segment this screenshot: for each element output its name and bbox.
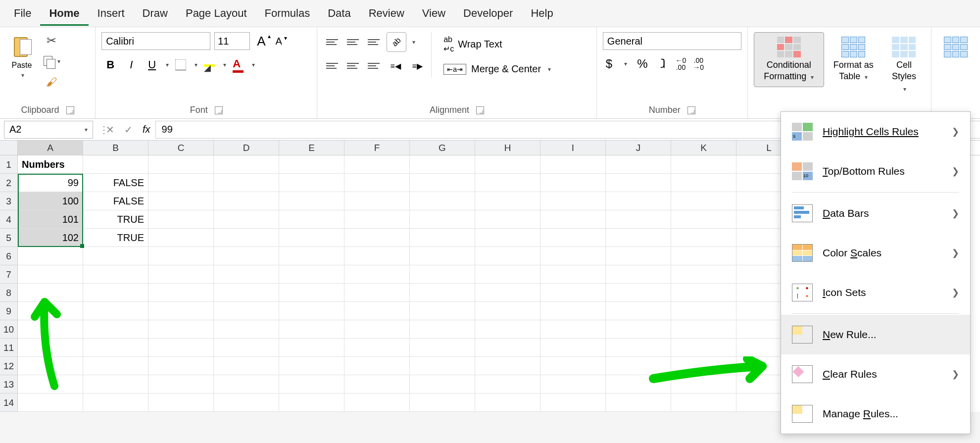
cell[interactable] <box>540 155 606 174</box>
cell[interactable] <box>148 247 214 265</box>
cell[interactable] <box>344 210 410 229</box>
cell[interactable] <box>606 210 671 229</box>
cell[interactable] <box>83 320 148 339</box>
cell[interactable] <box>540 339 606 357</box>
menu-file[interactable]: File <box>5 1 40 26</box>
menu-review[interactable]: Review <box>360 1 413 26</box>
menu-draw[interactable]: Draw <box>134 1 177 26</box>
cell[interactable] <box>279 155 344 174</box>
menu-help[interactable]: Help <box>522 1 562 26</box>
cell[interactable] <box>606 192 671 210</box>
cell[interactable] <box>344 320 410 339</box>
font-name-select[interactable] <box>101 32 210 50</box>
chevron-down-icon[interactable]: ▾ <box>412 39 415 46</box>
cell[interactable] <box>18 320 83 339</box>
cell[interactable] <box>344 394 410 412</box>
cell[interactable] <box>410 229 475 247</box>
font-size-select[interactable] <box>214 32 250 50</box>
cell[interactable] <box>475 339 540 357</box>
row-header[interactable]: 10 <box>0 320 18 339</box>
dialog-launcher-icon[interactable] <box>476 106 484 114</box>
bold-button[interactable]: B <box>101 56 119 74</box>
align-left-button[interactable] <box>323 57 341 75</box>
underline-button[interactable]: U <box>143 56 161 74</box>
cell[interactable] <box>671 320 736 339</box>
cell[interactable] <box>344 302 410 320</box>
cell[interactable] <box>214 247 279 265</box>
dialog-launcher-icon[interactable] <box>66 106 74 114</box>
cell[interactable] <box>18 375 83 394</box>
format-as-table-button[interactable]: Format as Table ▾ <box>826 32 881 87</box>
menu-clear-rules[interactable]: Clear Rules ❯ <box>781 354 970 394</box>
cell[interactable] <box>344 229 410 247</box>
cell[interactable] <box>279 284 344 302</box>
cell[interactable] <box>148 357 214 375</box>
menu-developer[interactable]: Developer <box>454 1 522 26</box>
cell[interactable] <box>671 265 736 284</box>
cell[interactable] <box>671 375 736 394</box>
cell[interactable] <box>410 375 475 394</box>
cell[interactable] <box>83 339 148 357</box>
increase-decimal-button[interactable]: ←0.00 <box>676 57 686 71</box>
cell[interactable] <box>410 320 475 339</box>
cell[interactable] <box>148 375 214 394</box>
cell[interactable] <box>671 357 736 375</box>
cell[interactable] <box>540 229 606 247</box>
cell[interactable] <box>475 284 540 302</box>
cell[interactable] <box>671 229 736 247</box>
cell[interactable] <box>83 394 148 412</box>
cell[interactable] <box>410 155 475 174</box>
row-header[interactable]: 13 <box>0 375 18 394</box>
cell[interactable] <box>671 155 736 174</box>
cell[interactable] <box>606 339 671 357</box>
column-header[interactable]: B <box>83 141 148 155</box>
menu-highlight-cells-rules[interactable]: ≤ Highlight Cells Rules ❯ <box>781 112 970 151</box>
row-header[interactable]: 14 <box>0 394 18 412</box>
cell[interactable] <box>18 302 83 320</box>
merge-center-button[interactable]: ⇤a⇥ Merge & Center ▾ <box>439 60 556 78</box>
cell[interactable] <box>475 302 540 320</box>
cell[interactable] <box>606 284 671 302</box>
cell[interactable] <box>279 229 344 247</box>
cell[interactable] <box>279 192 344 210</box>
menu-page-layout[interactable]: Page Layout <box>177 1 256 26</box>
cell[interactable] <box>475 375 540 394</box>
cell[interactable] <box>148 210 214 229</box>
cell[interactable] <box>671 339 736 357</box>
cell[interactable]: 99 <box>18 174 83 192</box>
cell[interactable] <box>671 192 736 210</box>
cell[interactable] <box>214 265 279 284</box>
cell[interactable] <box>606 320 671 339</box>
align-bottom-button[interactable] <box>365 33 383 51</box>
menu-view[interactable]: View <box>413 1 454 26</box>
comma-button[interactable]: ⱹ <box>658 57 669 71</box>
menu-new-rule[interactable]: New Rule... <box>781 315 970 354</box>
cell[interactable] <box>540 394 606 412</box>
cell[interactable] <box>18 247 83 265</box>
cell[interactable] <box>214 155 279 174</box>
number-format-select[interactable] <box>603 32 741 50</box>
cell[interactable] <box>475 155 540 174</box>
cell[interactable]: FALSE <box>83 174 148 192</box>
cell[interactable] <box>83 357 148 375</box>
cell[interactable] <box>540 247 606 265</box>
cell[interactable] <box>18 357 83 375</box>
cell[interactable] <box>606 155 671 174</box>
cell[interactable] <box>83 375 148 394</box>
cell[interactable] <box>410 357 475 375</box>
cell[interactable] <box>279 320 344 339</box>
cell[interactable] <box>344 192 410 210</box>
row-header[interactable]: 12 <box>0 357 18 375</box>
column-header[interactable]: D <box>214 141 279 155</box>
cell[interactable] <box>279 357 344 375</box>
font-color-button[interactable]: A <box>229 56 247 74</box>
column-header[interactable]: I <box>540 141 606 155</box>
fx-icon[interactable]: fx <box>138 124 155 135</box>
cell[interactable] <box>214 192 279 210</box>
cell[interactable] <box>475 174 540 192</box>
cell[interactable]: Numbers <box>18 155 83 174</box>
cell[interactable] <box>83 155 148 174</box>
row-header[interactable]: 6 <box>0 247 18 265</box>
cell[interactable] <box>148 339 214 357</box>
cell[interactable] <box>214 284 279 302</box>
